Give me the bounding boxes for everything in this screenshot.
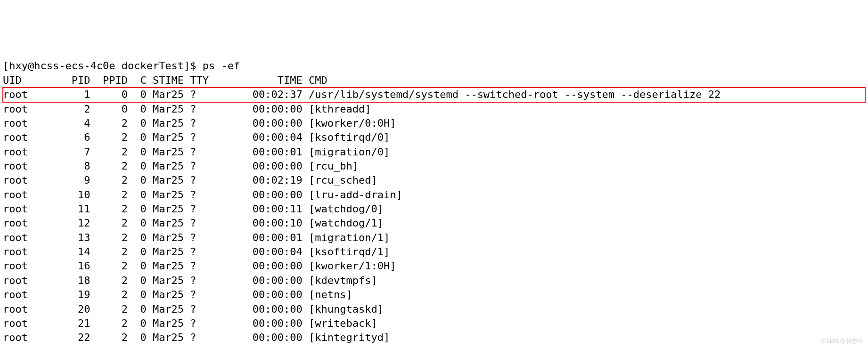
process-row: root 18 2 0 Mar25 ? 00:00:00 [kdevtmpfs]	[3, 274, 865, 288]
process-row: root 12 2 0 Mar25 ? 00:00:10 [watchdog/1…	[3, 216, 865, 230]
process-row: root 11 2 0 Mar25 ? 00:00:11 [watchdog/0…	[3, 202, 865, 216]
prompt-line[interactable]: [hxy@hcss-ecs-4c0e dockerTest]$ ps -ef	[3, 59, 865, 73]
process-row: root 9 2 0 Mar25 ? 00:02:19 [rcu_sched]	[3, 173, 865, 187]
process-row: root 7 2 0 Mar25 ? 00:00:01 [migration/0…	[3, 145, 865, 159]
process-row: root 13 2 0 Mar25 ? 00:00:01 [migration/…	[3, 231, 865, 245]
ps-header: UID PID PPID C STIME TTY TIME CMD	[3, 73, 865, 88]
process-row: root 10 2 0 Mar25 ? 00:00:00 [lru-add-dr…	[3, 188, 865, 202]
process-row: root 16 2 0 Mar25 ? 00:00:00 [kworker/1:…	[3, 259, 865, 273]
watermark: CSDN @花想云	[822, 337, 863, 345]
process-row: root 6 2 0 Mar25 ? 00:00:04 [ksoftirqd/0…	[3, 130, 865, 145]
terminal-output: [hxy@hcss-ecs-4c0e dockerTest]$ ps -efUI…	[3, 59, 865, 345]
process-row: root 2 0 0 Mar25 ? 00:00:00 [kthreadd]	[3, 102, 865, 116]
process-row: root 21 2 0 Mar25 ? 00:00:00 [writeback]	[3, 316, 865, 331]
process-row: root 4 2 0 Mar25 ? 00:00:00 [kworker/0:0…	[3, 116, 865, 130]
process-row: root 20 2 0 Mar25 ? 00:00:00 [khungtaskd…	[3, 302, 865, 316]
process-row: root 19 2 0 Mar25 ? 00:00:00 [netns]	[3, 288, 865, 302]
process-row: root 8 2 0 Mar25 ? 00:00:00 [rcu_bh]	[3, 159, 865, 173]
process-row: root 14 2 0 Mar25 ? 00:00:04 [ksoftirqd/…	[3, 245, 865, 259]
process-row: root 1 0 0 Mar25 ? 00:02:37 /usr/lib/sys…	[3, 88, 865, 102]
process-row: root 22 2 0 Mar25 ? 00:00:00 [kintegrity…	[3, 331, 865, 345]
